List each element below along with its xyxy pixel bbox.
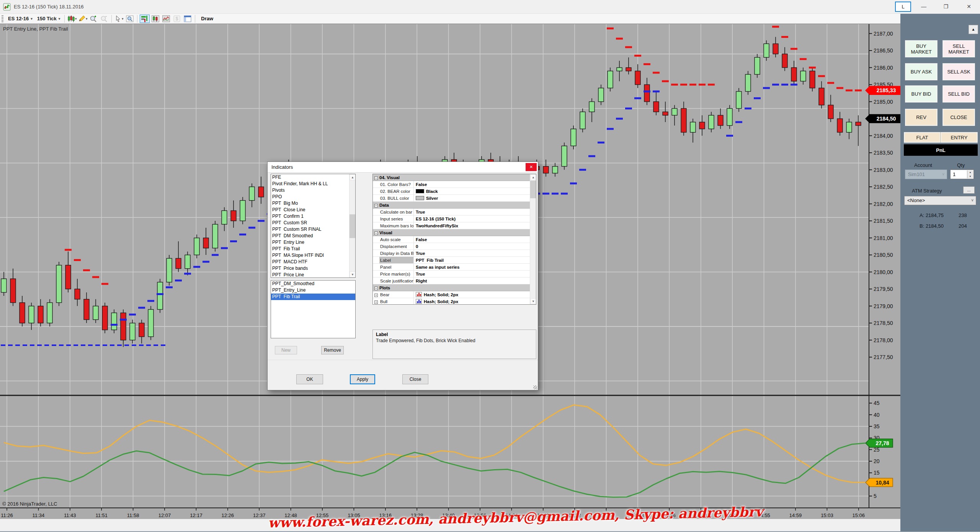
dialog-close-button[interactable]: ✕ <box>526 163 537 171</box>
toolbar-grip[interactable] <box>2 15 3 22</box>
chart-style-button[interactable]: ▾ <box>67 15 77 23</box>
property-value[interactable]: TwoHundredFiftySix <box>413 222 536 229</box>
property-category[interactable]: −Plots <box>373 284 536 291</box>
indicator-list-item[interactable]: Pivot Finder, Mark HH & LL <box>271 181 355 187</box>
entry-tab[interactable]: ENTRY <box>941 132 978 143</box>
close-position-button[interactable]: CLOSE <box>942 109 975 126</box>
drawing-tools-button[interactable]: ▾ <box>78 15 88 23</box>
apply-button[interactable]: Apply <box>350 374 375 384</box>
atm-more-button[interactable]: ... <box>963 186 975 194</box>
grid-scrollbar[interactable]: ▲ ▼ <box>530 174 536 304</box>
collapse-icon[interactable]: − <box>374 232 378 235</box>
ok-button[interactable]: OK <box>296 374 323 384</box>
scroll-down-icon[interactable]: ▼ <box>530 298 536 304</box>
scroll-up-icon[interactable]: ▲ <box>530 174 536 180</box>
close-button[interactable]: ✕ <box>960 0 978 13</box>
property-category[interactable]: −Visual <box>373 229 536 236</box>
property-value[interactable]: Same as input series <box>413 264 536 270</box>
indicator-list-item[interactable]: PPT MA Slope HTF INDI <box>271 252 355 259</box>
property-row[interactable]: Input seriesES 12-16 (150 Tick) <box>373 215 536 222</box>
indicator-list-item[interactable]: PFE <box>271 174 355 181</box>
property-value[interactable]: Hash; Solid; 2px <box>413 291 536 298</box>
list-scrollbar[interactable]: ▲ ▼ <box>349 174 355 277</box>
indicator-list-item[interactable]: PPT Close Line <box>271 207 355 213</box>
property-row[interactable]: +BullHash; Solid; 2px <box>373 298 536 305</box>
draw-menu[interactable]: Draw <box>197 16 217 21</box>
interval-selector[interactable]: 150 Tick▾ <box>35 15 63 22</box>
panel-collapse-button[interactable]: ▲ <box>969 25 978 34</box>
cursor-mode-button[interactable]: ▾ <box>114 15 124 23</box>
expand-icon[interactable]: + <box>374 294 378 297</box>
property-value[interactable]: ES 12-16 (150 Tick) <box>413 215 536 222</box>
indicator-list-item[interactable]: PPT Custom SR <box>271 220 355 226</box>
zoom-in-button[interactable] <box>88 15 98 23</box>
property-value[interactable]: False <box>413 236 536 243</box>
property-value[interactable]: Hash; Solid; 2px <box>413 298 536 305</box>
property-row[interactable]: Auto scaleFalse <box>373 236 536 243</box>
property-category[interactable]: −04. Visual <box>373 174 536 181</box>
sell-ask-button[interactable]: SELL ASK <box>942 63 975 80</box>
property-grid[interactable]: −04. Visual01. Color Bars?False02. BEAR … <box>372 174 536 305</box>
property-row[interactable]: Maximum bars look backTwoHundredFiftySix <box>373 222 536 229</box>
indicators-button[interactable] <box>161 15 171 23</box>
indicator-list-item[interactable]: PPT Big Mo <box>271 200 355 207</box>
minimize-button[interactable]: — <box>915 0 933 13</box>
property-value[interactable]: True <box>413 271 536 277</box>
scroll-up-icon[interactable]: ▲ <box>350 174 356 180</box>
property-value[interactable]: 0 <box>413 243 536 250</box>
applied-indicator-item[interactable]: PPT Fib Trail <box>271 294 355 300</box>
property-value[interactable]: Silver <box>413 195 536 201</box>
chart-trader-button[interactable] <box>140 15 150 23</box>
maximize-button[interactable]: ❐ <box>937 0 955 13</box>
data-box-button[interactable] <box>125 15 135 23</box>
instrument-selector[interactable]: ES 12-16▾ <box>6 15 35 22</box>
reverse-button[interactable]: REV <box>905 109 938 126</box>
indicator-list-item[interactable]: PPT Entry Line <box>271 239 355 246</box>
instrument-link-button[interactable]: L <box>895 2 911 12</box>
indicator-list-item[interactable]: PPT Price Line <box>271 272 355 278</box>
expand-icon[interactable]: + <box>374 300 378 304</box>
buy-market-button[interactable]: BUY MARKET <box>905 40 938 57</box>
scrollbar-thumb[interactable] <box>530 181 536 198</box>
stepper-arrows[interactable]: ▲▼ <box>967 170 973 178</box>
title-bar[interactable]: ES 12-16 (150 Tick) 18.11.2016 L — ❐ ✕ <box>0 0 980 14</box>
property-row[interactable]: Scale justificationRight <box>373 277 536 284</box>
indicator-list-item[interactable]: PPT MACD HTF <box>271 259 355 265</box>
buy-ask-button[interactable]: BUY ASK <box>905 63 938 80</box>
flat-tab[interactable]: FLAT <box>904 132 941 143</box>
collapse-icon[interactable]: − <box>374 176 378 180</box>
indicator-list-item[interactable]: Pivots <box>271 187 355 194</box>
atm-strategy-select[interactable]: <None>˅ <box>904 196 976 205</box>
close-dialog-button[interactable]: Close <box>402 374 428 384</box>
dialog-titlebar[interactable]: Indicators ✕ <box>268 162 538 173</box>
account-select[interactable]: Sim101˅ <box>905 170 947 179</box>
indicator-list-item[interactable]: PPT Confirm 1 <box>271 213 355 220</box>
property-row[interactable]: Price marker(s)True <box>373 271 536 277</box>
property-value[interactable]: PPT Fib Trail <box>413 257 536 263</box>
strategies-button[interactable]: $ <box>172 15 182 23</box>
sell-bid-button[interactable]: SELL BID <box>942 85 975 103</box>
applied-indicator-item[interactable]: PPT_Entry_Line <box>271 287 355 294</box>
property-value[interactable]: Right <box>413 277 536 284</box>
applied-indicator-item[interactable]: PPT_DM_Smoothed <box>271 281 355 287</box>
property-row[interactable]: Display in Data BoxTrue <box>373 250 536 257</box>
buy-bid-button[interactable]: BUY BID <box>905 85 938 103</box>
quantity-stepper[interactable]: 1 ▲▼ <box>950 170 974 179</box>
resize-grip[interactable] <box>533 385 537 389</box>
indicator-list-item[interactable]: PPT DM Smoothed <box>271 233 355 239</box>
property-row[interactable]: Displacement0 <box>373 243 536 250</box>
property-value[interactable]: False <box>413 181 536 188</box>
property-row[interactable]: 02. BEAR colorBlack <box>373 188 536 195</box>
remove-button[interactable]: Remove <box>321 346 344 354</box>
scroll-down-icon[interactable]: ▼ <box>350 271 356 277</box>
property-row[interactable]: PanelSame as input series <box>373 264 536 271</box>
zoom-out-button[interactable] <box>99 15 109 23</box>
property-value[interactable]: True <box>413 250 536 256</box>
indicator-list-item[interactable]: PPT Fib Trail <box>271 246 355 252</box>
applied-indicators-list[interactable]: PPT_DM_SmoothedPPT_Entry_LinePPT Fib Tra… <box>271 280 356 338</box>
collapse-icon[interactable]: − <box>374 204 378 207</box>
indicator-list-item[interactable]: PPO <box>271 194 355 200</box>
property-row[interactable]: +BearHash; Solid; 2px <box>373 291 536 298</box>
property-row[interactable]: 03. BULL colorSilver <box>373 195 536 202</box>
property-category[interactable]: −Data <box>373 202 536 209</box>
